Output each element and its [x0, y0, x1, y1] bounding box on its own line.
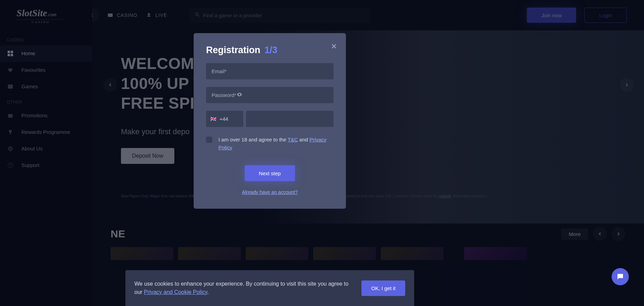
country-code-select[interactable]: 🇬🇧 +44 — [206, 111, 243, 127]
phone-input[interactable] — [250, 111, 329, 127]
password-field[interactable]: Password* — [206, 87, 334, 103]
flag-icon: 🇬🇧 — [210, 116, 217, 122]
cookie-policy-link[interactable]: Privacy and Cookie Policy — [144, 289, 207, 295]
cookie-text: We use cookies to enhance your experienc… — [134, 280, 352, 296]
phone-number-field[interactable] — [246, 111, 334, 127]
already-account-link[interactable]: Already have an account? — [206, 189, 334, 195]
next-step-button[interactable]: Next step — [245, 165, 295, 181]
chat-icon — [616, 273, 624, 281]
cookie-accept-button[interactable]: OK, I get it — [361, 280, 405, 296]
cookie-banner: We use cookies to enhance your experienc… — [125, 270, 414, 306]
chat-button[interactable] — [612, 268, 629, 285]
email-label: Email* — [212, 68, 226, 74]
terms-link[interactable]: T&C — [288, 137, 298, 142]
country-code: +44 — [219, 116, 228, 122]
step-indicator: 1/3 — [265, 45, 278, 56]
close-icon[interactable]: ✕ — [331, 42, 337, 51]
email-field[interactable]: Email* — [206, 63, 334, 79]
registration-modal: ✕ Registration 1/3 Email* Password* 🇬🇧 +… — [194, 33, 346, 209]
agree-checkbox[interactable] — [206, 137, 212, 143]
password-label: Password* — [212, 92, 236, 98]
modal-title: Registration 1/3 — [206, 45, 334, 56]
agree-text: I am over 18 and agree to the T&C and Pr… — [218, 136, 334, 151]
eye-icon[interactable] — [236, 91, 243, 99]
